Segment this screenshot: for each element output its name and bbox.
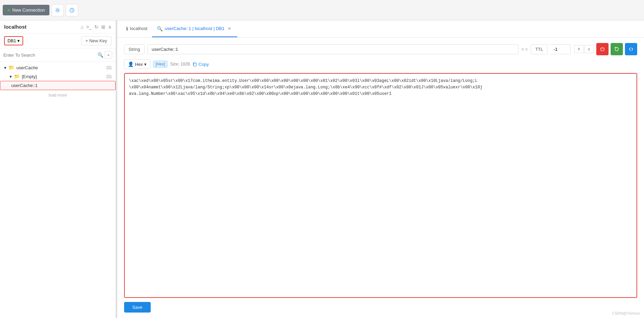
info-icon: ℹ bbox=[126, 26, 128, 31]
tree-item-userCache-1[interactable]: userCache::1 bbox=[0, 81, 116, 90]
delete-button[interactable] bbox=[596, 43, 609, 55]
tree-item-label: userCache bbox=[16, 65, 38, 70]
folder-icon: 📁 bbox=[9, 65, 14, 70]
grid-icon[interactable]: ⊞ bbox=[101, 24, 105, 30]
load-more[interactable]: load more bbox=[0, 90, 116, 100]
collapse-icon[interactable]: ∧ bbox=[108, 24, 111, 30]
tree-item-label: userCache::1 bbox=[11, 83, 38, 88]
save-button[interactable]: Save bbox=[124, 302, 151, 313]
chevron-icon: ▾ bbox=[10, 74, 12, 79]
connection-status-dot bbox=[8, 9, 10, 12]
new-key-label: + New Key bbox=[86, 38, 107, 43]
new-connection-button[interactable]: New Connection bbox=[3, 5, 49, 15]
format-label: Hex bbox=[135, 62, 143, 67]
hex-badge[interactable]: [Hex] bbox=[153, 61, 167, 68]
value-textarea-wrapper bbox=[124, 73, 637, 298]
search-tab-icon: 🔍 bbox=[157, 26, 163, 31]
size-label: Size: 192B bbox=[170, 62, 190, 67]
code-icon bbox=[629, 47, 633, 52]
tree-item-empty[interactable]: ▾ 📁 [Empty] (1) bbox=[0, 72, 116, 81]
chevron-icon: ▾ bbox=[4, 65, 6, 70]
value-toolbar: 👤 Hex ▾ [Hex] Size: 192B Copy bbox=[124, 59, 637, 69]
settings-icon-button[interactable] bbox=[51, 4, 64, 16]
copy-label: Copy bbox=[198, 62, 209, 67]
db-dropdown-icon: ▾ bbox=[17, 38, 20, 43]
settings-icon bbox=[55, 8, 60, 13]
tree-container: ▾ 📁 userCache (1) ▾ 📁 [Empty] (1) userCa… bbox=[0, 62, 116, 318]
svg-rect-2 bbox=[194, 63, 196, 66]
tree-item-label: [Empty] bbox=[22, 74, 37, 79]
key-type-label: String bbox=[124, 44, 145, 54]
terminal-icon[interactable]: >_ bbox=[86, 24, 92, 30]
search-input[interactable] bbox=[3, 53, 96, 58]
db-row: DB1 ▾ + New Key bbox=[0, 33, 116, 48]
value-textarea[interactable] bbox=[125, 74, 636, 297]
top-bar: New Connection bbox=[0, 0, 644, 20]
content-area: ℹ localhost 🔍 userCache::1 | localhost |… bbox=[117, 20, 644, 318]
db-label: DB1 bbox=[8, 38, 16, 43]
tree-item-count: (1) bbox=[106, 74, 111, 79]
refresh-icon[interactable]: ↻ bbox=[94, 24, 99, 30]
sidebar: localhost ⌂ >_ ↻ ⊞ ∧ DB1 ▾ + New Key 🔍 ▫ bbox=[0, 20, 116, 318]
refresh-button[interactable] bbox=[611, 43, 623, 55]
tab-label: userCache::1 | localhost | DB1 bbox=[165, 26, 224, 31]
chevron-up-icon: ∧ bbox=[521, 47, 524, 52]
format-selector[interactable]: 👤 Hex ▾ bbox=[124, 59, 150, 69]
tree-item-userCache[interactable]: ▾ 📁 userCache (1) bbox=[0, 63, 116, 72]
chevron-down-icon: ∨ bbox=[525, 47, 528, 52]
new-key-button[interactable]: + New Key bbox=[81, 36, 111, 45]
key-top-row: String document.querySelector('[data-nam… bbox=[124, 43, 637, 55]
tab-close-button[interactable]: ✕ bbox=[226, 26, 233, 32]
trash-icon bbox=[600, 47, 605, 52]
ttl-label: TTL bbox=[531, 44, 548, 54]
tab-userCache[interactable]: 🔍 userCache::1 | localhost | DB1 ✕ bbox=[152, 20, 237, 37]
key-name-input[interactable] bbox=[147, 44, 519, 54]
search-row: 🔍 ▫ bbox=[0, 48, 116, 62]
db-selector[interactable]: DB1 ▾ bbox=[4, 36, 23, 45]
ttl-actions: ✕ ∨ bbox=[574, 45, 594, 53]
tab-localhost[interactable]: ℹ localhost bbox=[121, 20, 152, 37]
ttl-check-button[interactable]: ∨ bbox=[584, 45, 594, 53]
tree-item-count: (1) bbox=[106, 65, 111, 70]
main-layout: localhost ⌂ >_ ↻ ⊞ ∧ DB1 ▾ + New Key 🔍 ▫ bbox=[0, 20, 644, 318]
tab-label: localhost bbox=[130, 26, 147, 31]
tabs-bar: ℹ localhost 🔍 userCache::1 | localhost |… bbox=[117, 20, 644, 38]
folder-icon: 📁 bbox=[14, 74, 20, 79]
action-buttons bbox=[596, 43, 637, 55]
host-actions: ⌂ >_ ↻ ⊞ ∧ bbox=[81, 24, 111, 30]
code-button[interactable] bbox=[625, 43, 637, 55]
copy-button[interactable]: Copy bbox=[193, 62, 209, 67]
key-editor: String document.querySelector('[data-nam… bbox=[117, 38, 644, 318]
format-icon: 👤 bbox=[128, 61, 134, 67]
watermark: CSDN@Yishooo bbox=[612, 311, 640, 315]
new-connection-label: New Connection bbox=[12, 8, 45, 13]
format-dropdown-icon: ▾ bbox=[144, 62, 147, 67]
svg-point-0 bbox=[57, 9, 59, 11]
ttl-input[interactable] bbox=[550, 44, 571, 54]
ttl-clear-button[interactable]: ✕ bbox=[574, 45, 584, 53]
refresh-icon bbox=[614, 47, 619, 52]
search-icon: 🔍 bbox=[98, 52, 103, 58]
host-name: localhost bbox=[4, 24, 27, 30]
sidebar-host-row: localhost ⌂ >_ ↻ ⊞ ∧ bbox=[0, 20, 116, 33]
search-filter-button[interactable]: ▫ bbox=[105, 51, 112, 59]
key-name-chevrons: ∧ ∨ bbox=[521, 47, 528, 52]
home-icon[interactable]: ⌂ bbox=[81, 24, 84, 30]
clock-icon-button[interactable] bbox=[66, 4, 78, 16]
clock-icon bbox=[69, 8, 75, 13]
copy-icon bbox=[193, 62, 197, 67]
